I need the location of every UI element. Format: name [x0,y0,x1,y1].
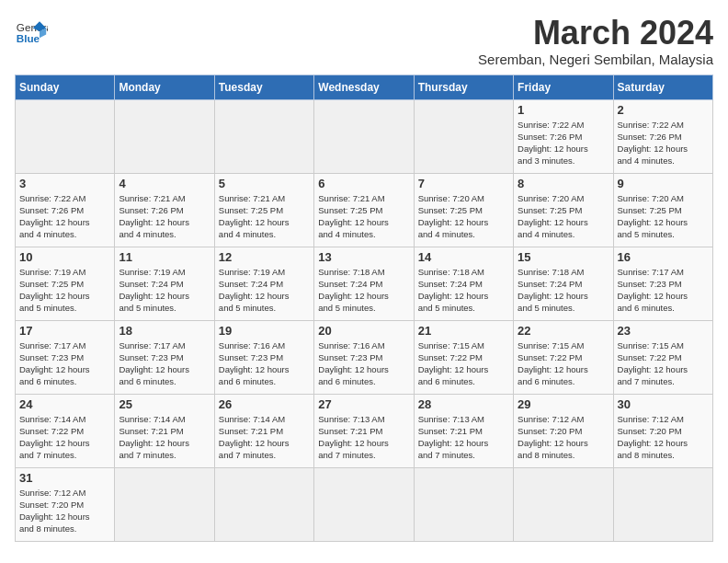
day-info: Sunrise: 7:15 AM Sunset: 7:22 PM Dayligh… [618,339,709,388]
day-info: Sunrise: 7:22 AM Sunset: 7:26 PM Dayligh… [518,119,609,167]
day-info: Sunrise: 7:14 AM Sunset: 7:22 PM Dayligh… [19,413,110,462]
day-info: Sunrise: 7:12 AM Sunset: 7:20 PM Dayligh… [518,413,609,462]
day-info: Sunrise: 7:17 AM Sunset: 7:23 PM Dayligh… [618,266,709,315]
day-number: 3 [19,177,110,190]
title-block: March 2024 Seremban, Negeri Sembilan, Ma… [478,15,713,67]
calendar-cell: 29Sunrise: 7:12 AM Sunset: 7:20 PM Dayli… [514,394,613,467]
day-number: 10 [19,250,110,264]
calendar-subtitle: Seremban, Negeri Sembilan, Malaysia [478,52,713,67]
day-info: Sunrise: 7:22 AM Sunset: 7:26 PM Dayligh… [618,119,709,167]
day-info: Sunrise: 7:19 AM Sunset: 7:24 PM Dayligh… [219,266,310,315]
day-number: 14 [418,250,509,264]
calendar-cell [214,99,313,173]
calendar-cell: 28Sunrise: 7:13 AM Sunset: 7:21 PM Dayli… [414,394,513,467]
calendar-cell: 24Sunrise: 7:14 AM Sunset: 7:22 PM Dayli… [16,394,115,467]
calendar-cell: 6Sunrise: 7:21 AM Sunset: 7:25 PM Daylig… [314,173,414,247]
weekday-header-monday: Monday [115,75,214,99]
day-info: Sunrise: 7:13 AM Sunset: 7:21 PM Dayligh… [418,413,509,462]
day-number: 5 [219,177,310,190]
day-info: Sunrise: 7:16 AM Sunset: 7:23 PM Dayligh… [318,339,409,388]
day-info: Sunrise: 7:15 AM Sunset: 7:22 PM Dayligh… [518,339,609,388]
calendar-cell: 3Sunrise: 7:22 AM Sunset: 7:26 PM Daylig… [16,173,115,247]
day-number: 17 [19,324,110,338]
day-number: 6 [318,177,409,190]
calendar-week-row: 17Sunrise: 7:17 AM Sunset: 7:23 PM Dayli… [16,320,713,394]
day-info: Sunrise: 7:21 AM Sunset: 7:25 PM Dayligh… [219,192,310,241]
calendar-cell: 15Sunrise: 7:18 AM Sunset: 7:24 PM Dayli… [514,247,613,320]
calendar-cell: 22Sunrise: 7:15 AM Sunset: 7:22 PM Dayli… [514,320,613,394]
day-info: Sunrise: 7:12 AM Sunset: 7:20 PM Dayligh… [19,487,110,535]
day-number: 8 [518,177,609,190]
calendar-cell [314,467,414,541]
calendar-cell: 8Sunrise: 7:20 AM Sunset: 7:25 PM Daylig… [514,173,613,247]
calendar-cell: 11Sunrise: 7:19 AM Sunset: 7:24 PM Dayli… [115,247,214,320]
day-info: Sunrise: 7:20 AM Sunset: 7:25 PM Dayligh… [618,192,709,241]
calendar-cell: 9Sunrise: 7:20 AM Sunset: 7:25 PM Daylig… [613,173,712,247]
calendar-week-row: 1Sunrise: 7:22 AM Sunset: 7:26 PM Daylig… [16,99,713,173]
day-info: Sunrise: 7:21 AM Sunset: 7:25 PM Dayligh… [318,192,409,241]
day-info: Sunrise: 7:18 AM Sunset: 7:24 PM Dayligh… [518,266,609,315]
day-info: Sunrise: 7:12 AM Sunset: 7:20 PM Dayligh… [618,413,709,462]
calendar-cell [314,99,414,173]
day-number: 25 [119,397,210,411]
calendar-title: March 2024 [478,15,713,52]
day-number: 1 [518,103,609,117]
day-number: 11 [119,250,210,264]
calendar-cell: 17Sunrise: 7:17 AM Sunset: 7:23 PM Dayli… [16,320,115,394]
day-number: 9 [618,177,709,190]
day-info: Sunrise: 7:14 AM Sunset: 7:21 PM Dayligh… [219,413,310,462]
weekday-header-row: SundayMondayTuesdayWednesdayThursdayFrid… [16,75,713,99]
weekday-header-tuesday: Tuesday [214,75,313,99]
day-info: Sunrise: 7:20 AM Sunset: 7:25 PM Dayligh… [418,192,509,241]
day-number: 12 [219,250,310,264]
day-number: 26 [219,397,310,411]
weekday-header-saturday: Saturday [613,75,712,99]
day-number: 27 [318,397,409,411]
calendar-cell [115,467,214,541]
calendar-cell: 16Sunrise: 7:17 AM Sunset: 7:23 PM Dayli… [613,247,712,320]
day-info: Sunrise: 7:21 AM Sunset: 7:26 PM Dayligh… [119,192,210,241]
header: General Blue March 2024 Seremban, Negeri… [15,15,713,67]
calendar-cell: 7Sunrise: 7:20 AM Sunset: 7:25 PM Daylig… [414,173,513,247]
weekday-header-sunday: Sunday [16,75,115,99]
weekday-header-friday: Friday [514,75,613,99]
day-number: 23 [618,324,709,338]
calendar-cell: 12Sunrise: 7:19 AM Sunset: 7:24 PM Dayli… [214,247,313,320]
weekday-header-wednesday: Wednesday [314,75,414,99]
day-number: 18 [119,324,210,338]
day-number: 22 [518,324,609,338]
calendar-week-row: 10Sunrise: 7:19 AM Sunset: 7:25 PM Dayli… [16,247,713,320]
calendar-cell: 21Sunrise: 7:15 AM Sunset: 7:22 PM Dayli… [414,320,513,394]
day-number: 15 [518,250,609,264]
calendar-cell: 4Sunrise: 7:21 AM Sunset: 7:26 PM Daylig… [115,173,214,247]
calendar-cell: 27Sunrise: 7:13 AM Sunset: 7:21 PM Dayli… [314,394,414,467]
calendar-cell [115,99,214,173]
day-number: 4 [119,177,210,190]
day-info: Sunrise: 7:17 AM Sunset: 7:23 PM Dayligh… [119,339,210,388]
calendar-table: SundayMondayTuesdayWednesdayThursdayFrid… [15,75,713,542]
day-info: Sunrise: 7:19 AM Sunset: 7:24 PM Dayligh… [119,266,210,315]
day-number: 2 [618,103,709,117]
calendar-cell: 1Sunrise: 7:22 AM Sunset: 7:26 PM Daylig… [514,99,613,173]
calendar-cell [414,99,513,173]
calendar-cell: 10Sunrise: 7:19 AM Sunset: 7:25 PM Dayli… [16,247,115,320]
day-info: Sunrise: 7:18 AM Sunset: 7:24 PM Dayligh… [318,266,409,315]
calendar-cell: 13Sunrise: 7:18 AM Sunset: 7:24 PM Dayli… [314,247,414,320]
calendar-cell [613,467,712,541]
day-number: 16 [618,250,709,264]
day-number: 19 [219,324,310,338]
svg-text:Blue: Blue [17,32,40,44]
day-info: Sunrise: 7:17 AM Sunset: 7:23 PM Dayligh… [19,339,110,388]
logo-icon: General Blue [15,15,48,48]
calendar-cell [514,467,613,541]
calendar-cell: 19Sunrise: 7:16 AM Sunset: 7:23 PM Dayli… [214,320,313,394]
day-number: 13 [318,250,409,264]
calendar-cell: 31Sunrise: 7:12 AM Sunset: 7:20 PM Dayli… [16,467,115,541]
calendar-cell: 20Sunrise: 7:16 AM Sunset: 7:23 PM Dayli… [314,320,414,394]
calendar-cell: 5Sunrise: 7:21 AM Sunset: 7:25 PM Daylig… [214,173,313,247]
day-number: 24 [19,397,110,411]
calendar-cell [16,99,115,173]
calendar-cell: 14Sunrise: 7:18 AM Sunset: 7:24 PM Dayli… [414,247,513,320]
day-info: Sunrise: 7:18 AM Sunset: 7:24 PM Dayligh… [418,266,509,315]
day-number: 28 [418,397,509,411]
